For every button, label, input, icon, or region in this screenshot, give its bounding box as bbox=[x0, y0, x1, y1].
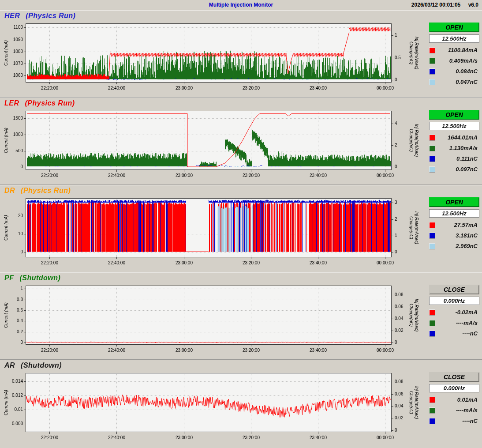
dr-ring-name: DR bbox=[4, 187, 15, 194]
dr-panel-title: DR (Physics Run) bbox=[0, 186, 482, 196]
legend-row: 27.57mA bbox=[429, 222, 479, 228]
legend-swatch-icon bbox=[429, 156, 435, 162]
pf-panel-title: PF (Shutdown) bbox=[0, 273, 482, 283]
legend-swatch-icon bbox=[429, 166, 435, 173]
legend-value: ----mA/s bbox=[435, 407, 479, 414]
her-ring-name: HER bbox=[4, 12, 20, 19]
ler-injection-frequency: 12.500Hz bbox=[429, 122, 479, 130]
legend-row: 0.097nC bbox=[429, 166, 479, 173]
ar-ring-name: AR bbox=[4, 361, 15, 369]
legend-row: 0.409mA/s bbox=[429, 57, 479, 64]
legend-swatch-icon bbox=[429, 331, 435, 337]
ar-strip-chart bbox=[1, 370, 423, 446]
legend-row: ----mA/s bbox=[429, 320, 479, 326]
ar-shutter-status-button[interactable]: CLOSE bbox=[429, 372, 479, 382]
legend-value: 0.01mA bbox=[435, 396, 479, 403]
legend-swatch-icon bbox=[429, 222, 435, 228]
her-shutter-status-button[interactable]: OPEN bbox=[429, 23, 479, 32]
legend-value: ----mA/s bbox=[435, 320, 479, 326]
legend-value: 0.097nC bbox=[435, 166, 479, 173]
her-run-state: (Physics Run) bbox=[26, 12, 75, 19]
dr-shutter-status-button[interactable]: OPEN bbox=[429, 197, 479, 207]
version-text: v6.0 bbox=[468, 2, 478, 8]
legend-row: 0.111nC bbox=[429, 155, 479, 162]
legend-row: 1100.84mA bbox=[429, 47, 479, 53]
legend-swatch-icon bbox=[429, 58, 435, 64]
legend-swatch-icon bbox=[429, 397, 435, 403]
legend-row: ----nC bbox=[429, 330, 479, 337]
ar-injection-frequency: 0.000Hz bbox=[429, 384, 479, 392]
pf-status-box: CLOSE0.000Hz-0.02mA----mA/s----nC bbox=[428, 285, 480, 337]
ler-shutter-status-button[interactable]: OPEN bbox=[429, 110, 479, 120]
legend-row: 1644.01mA bbox=[429, 134, 479, 141]
legend-swatch-icon bbox=[429, 243, 435, 249]
dr-status-box: OPEN12.500Hz27.57mA3.181nC2.969nC bbox=[428, 197, 480, 249]
pf-run-state: (Shutdown) bbox=[19, 274, 60, 282]
legend-row: -0.02mA bbox=[429, 309, 479, 316]
dr-run-state: (Physics Run) bbox=[21, 187, 71, 194]
her-status-box: OPEN12.500Hz1100.84mA0.409mA/s0.084nC0.0… bbox=[428, 23, 480, 85]
legend-value: 0.111nC bbox=[435, 155, 479, 162]
legend-value: 1100.84mA bbox=[435, 47, 479, 53]
legend-value: 1.130mA/s bbox=[435, 145, 479, 151]
panel-pf: PF (Shutdown) CLOSE0.000Hz-0.02mA----mA/… bbox=[0, 272, 482, 359]
ar-run-state: (Shutdown) bbox=[21, 361, 62, 369]
panel-ler: LER (Physics Run) OPEN12.500Hz1644.01mA1… bbox=[0, 97, 482, 184]
legend-value: 27.57mA bbox=[435, 222, 479, 228]
panel-her: HER (Physics Run) OPEN12.500Hz1100.84mA0… bbox=[0, 10, 482, 97]
legend-value: 1644.01mA bbox=[435, 134, 479, 141]
legend-swatch-icon bbox=[429, 233, 435, 239]
legend-value: ----nC bbox=[435, 418, 479, 424]
legend-swatch-icon bbox=[429, 79, 435, 85]
legend-value: 3.181nC bbox=[435, 232, 479, 239]
legend-value: 0.084nC bbox=[435, 68, 479, 75]
legend-swatch-icon bbox=[429, 47, 435, 53]
her-strip-chart bbox=[1, 21, 423, 97]
ler-run-state: (Physics Run) bbox=[25, 99, 75, 107]
header-datetime: 2026/03/12 00:01:05 v6.0 bbox=[405, 2, 478, 8]
legend-swatch-icon bbox=[429, 145, 435, 151]
her-panel-title: HER (Physics Run) bbox=[0, 11, 482, 21]
legend-row: 0.047nC bbox=[429, 79, 479, 85]
pf-injection-frequency: 0.000Hz bbox=[429, 297, 479, 305]
datetime-text: 2026/03/12 00:01:05 bbox=[411, 2, 460, 8]
ler-ring-name: LER bbox=[4, 99, 19, 107]
ar-status-box: CLOSE0.000Hz0.01mA----mA/s----nC bbox=[428, 372, 480, 424]
her-injection-frequency: 12.500Hz bbox=[429, 34, 479, 43]
panel-dr: DR (Physics Run) OPEN12.500Hz27.57mA3.18… bbox=[0, 184, 482, 272]
legend-swatch-icon bbox=[429, 418, 435, 424]
pf-shutter-status-button[interactable]: CLOSE bbox=[429, 285, 479, 294]
ler-strip-chart bbox=[1, 108, 423, 184]
legend-swatch-icon bbox=[429, 68, 435, 75]
legend-swatch-icon bbox=[429, 320, 435, 326]
legend-row: 1.130mA/s bbox=[429, 145, 479, 151]
legend-swatch-icon bbox=[429, 135, 435, 141]
pf-strip-chart bbox=[1, 283, 423, 359]
legend-value: 0.409mA/s bbox=[435, 57, 479, 64]
ar-panel-title: AR (Shutdown) bbox=[0, 361, 482, 370]
ler-status-box: OPEN12.500Hz1644.01mA1.130mA/s0.111nC0.0… bbox=[428, 110, 480, 173]
pf-ring-name: PF bbox=[4, 274, 14, 282]
panel-ar: AR (Shutdown) CLOSE0.000Hz0.01mA----mA/s… bbox=[0, 359, 482, 447]
ler-panel-title: LER (Physics Run) bbox=[0, 98, 482, 108]
legend-value: -0.02mA bbox=[435, 309, 479, 316]
legend-row: 0.01mA bbox=[429, 396, 479, 403]
legend-row: ----mA/s bbox=[429, 407, 479, 414]
dr-strip-chart bbox=[1, 196, 423, 271]
multiple-injection-monitor-app: { "header":{"title":"Multiple Injection … bbox=[0, 0, 482, 448]
app-header: Multiple Injection Monitor 2026/03/12 00… bbox=[0, 0, 482, 10]
legend-row: ----nC bbox=[429, 418, 479, 424]
legend-value: 2.969nC bbox=[435, 243, 479, 249]
legend-row: 3.181nC bbox=[429, 232, 479, 239]
legend-swatch-icon bbox=[429, 309, 435, 316]
legend-row: 2.969nC bbox=[429, 243, 479, 249]
legend-swatch-icon bbox=[429, 407, 435, 414]
dr-injection-frequency: 12.500Hz bbox=[429, 209, 479, 218]
legend-value: 0.047nC bbox=[435, 79, 479, 85]
legend-row: 0.084nC bbox=[429, 68, 479, 75]
legend-value: ----nC bbox=[435, 330, 479, 337]
